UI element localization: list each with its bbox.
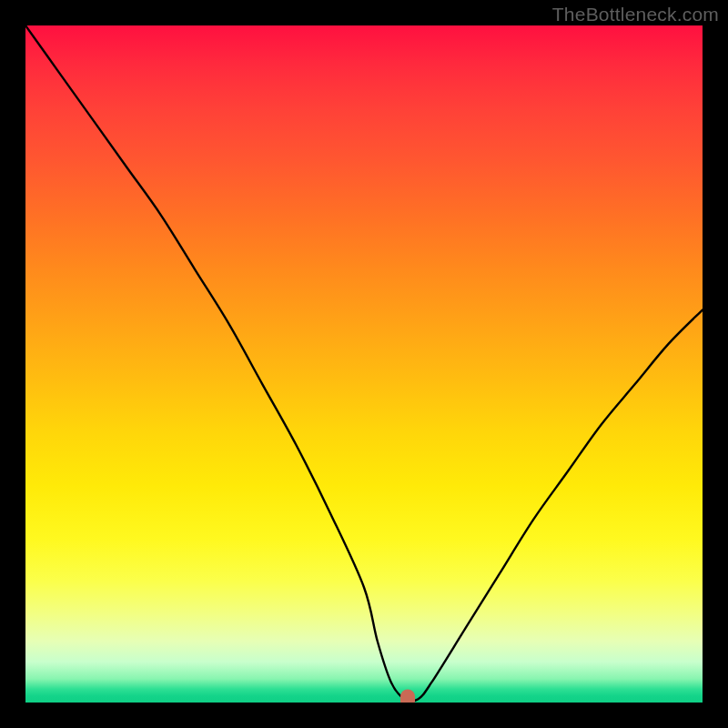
watermark-text: TheBottleneck.com xyxy=(552,4,719,25)
bottleneck-curve xyxy=(25,25,703,703)
optimum-marker xyxy=(400,690,415,703)
plot-area xyxy=(25,25,703,703)
chart-frame: TheBottleneck.com xyxy=(0,0,728,728)
